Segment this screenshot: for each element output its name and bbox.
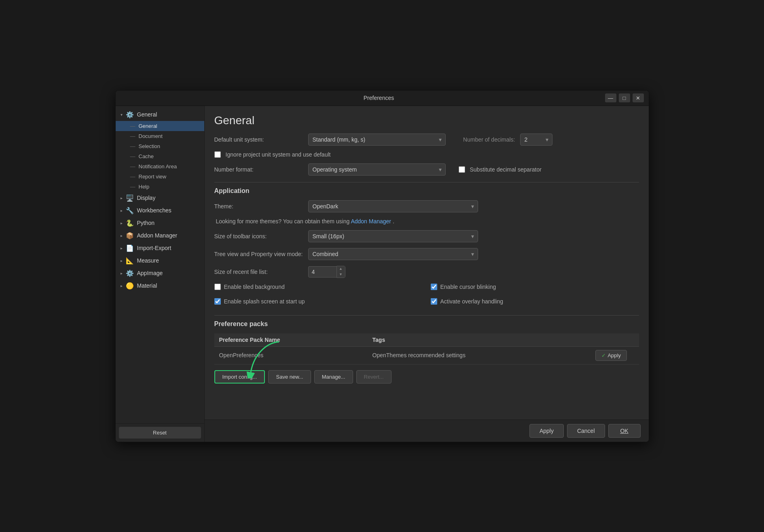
sidebar-item-addon-manager[interactable]: ▸ 📦 Addon Manager [116,229,204,242]
sidebar-item-label: Help [139,184,150,190]
sidebar: ▾ ⚙️ General — General — Document — [116,106,205,442]
theme-row: Theme: OpenDark [214,200,639,212]
splash-screen-checkbox[interactable] [214,298,221,305]
splash-screen-row: Enable splash screen at start up [214,298,423,305]
table-row: OpenPreferences OpenThemes recommended s… [214,346,639,364]
recent-files-input-wrapper: 4 ▲ ▼ [308,266,345,278]
tiled-bg-checkbox[interactable] [214,284,221,290]
col-header-tags: Tags [368,333,590,347]
tree-view-select[interactable]: Combined [308,248,478,260]
recent-files-row: Size of recent file list: 4 ▲ ▼ [214,266,639,278]
manage-button[interactable]: Manage... [314,370,353,384]
sidebar-item-cache[interactable]: — Cache [116,151,204,161]
sidebar-item-general-sub[interactable]: — General [116,121,204,131]
apply-pack-button[interactable]: ✓ Apply [595,350,627,361]
bottom-bar: Apply Cancel OK [205,420,649,442]
import-export-icon: 📄 [126,244,134,252]
section-divider-pref-packs [214,315,639,316]
pref-packs-table: Preference Pack Name Tags OpenPreference… [214,333,639,365]
chevron-right-icon: ▸ [121,246,123,250]
addon-manager-link[interactable]: Addon Manager [351,218,391,225]
general-icon: ⚙️ [126,111,134,119]
overlay-row: Activate overlay handling [431,298,639,305]
cancel-button[interactable]: Cancel [567,424,605,438]
cursor-blink-checkbox[interactable] [431,284,437,290]
ignore-unit-label: Ignore project unit system and use defau… [226,151,331,158]
sidebar-item-label: Selection [139,143,160,149]
chevron-down-icon: ▾ [121,112,123,117]
theme-select[interactable]: OpenDark [308,200,478,212]
workbenches-icon: 🔧 [126,207,134,214]
spin-down-button[interactable]: ▼ [337,272,345,278]
apply-button[interactable]: Apply [529,424,564,438]
overlay-label: Activate overlay handling [440,298,504,305]
sidebar-item-label-appimage: AppImage [137,270,163,276]
spin-buttons: ▲ ▼ [336,266,345,278]
sidebar-item-label: Report view [139,174,167,180]
sidebar-item-selection[interactable]: — Selection [116,141,204,151]
sidebar-item-workbenches[interactable]: ▸ 🔧 Workbenches [116,204,204,217]
close-button[interactable]: ✕ [633,93,644,102]
num-decimals-select[interactable]: 2 [520,134,552,146]
appimage-icon: ⚙️ [126,269,134,277]
number-format-select[interactable]: Operating system [308,163,446,176]
tree-view-label: Tree view and Property view mode: [214,251,303,257]
num-decimals-label: Number of decimals: [451,136,515,143]
sidebar-item-label-workbenches: Workbenches [137,207,171,214]
tree-view-row: Tree view and Property view mode: Combin… [214,248,639,260]
dash-icon: — [130,163,135,170]
toolbar-size-select-wrapper: Small (16px) [308,230,478,242]
chevron-right-icon: ▸ [121,196,123,200]
sidebar-item-label: Notification Area [139,163,177,170]
spin-up-button[interactable]: ▲ [337,266,345,272]
unit-system-row: Default unit system: Standard (mm, kg, s… [214,134,639,146]
pref-packs-heading: Preference packs [214,320,639,328]
number-format-select-wrapper: Operating system [308,163,446,176]
sidebar-item-python[interactable]: ▸ 🐍 Python [116,217,204,229]
window-title: Preferences [153,95,605,101]
sidebar-item-report-view[interactable]: — Report view [116,172,204,182]
unit-system-label: Default unit system: [214,136,303,143]
theme-select-wrapper: OpenDark [308,200,478,212]
sidebar-item-help[interactable]: — Help [116,182,204,192]
ok-button[interactable]: OK [608,424,641,438]
revert-button[interactable]: Revert... [356,370,392,384]
application-heading: Application [214,187,639,195]
recent-files-input[interactable]: 4 [308,266,336,278]
dash-icon: — [130,153,135,159]
num-decimals-select-wrapper: 2 [520,134,552,146]
sidebar-item-display[interactable]: ▸ 🖥️ Display [116,192,204,204]
dash-icon: — [130,184,135,190]
python-icon: 🐍 [126,219,134,227]
number-format-row: Number format: Operating system Substitu… [214,163,639,176]
unit-system-select[interactable]: Standard (mm, kg, s) [308,134,446,146]
import-config-button[interactable]: Import config... [214,370,265,384]
chevron-right-icon: ▸ [121,284,123,288]
sidebar-item-import-export[interactable]: ▸ 📄 Import-Export [116,242,204,254]
save-new-button[interactable]: Save new... [268,370,311,384]
overlay-checkbox[interactable] [431,298,437,305]
chevron-right-icon: ▸ [121,208,123,213]
maximize-button[interactable]: □ [619,93,630,102]
sidebar-item-notification-area[interactable]: — Notification Area [116,161,204,172]
sidebar-item-material[interactable]: ▸ 🟡 Material [116,280,204,292]
ignore-unit-checkbox[interactable] [214,151,221,158]
sidebar-item-document[interactable]: — Document [116,131,204,141]
substitute-decimal-checkbox[interactable] [459,166,465,173]
pack-name-cell: OpenPreferences [214,346,368,364]
titlebar: Preferences — □ ✕ [116,91,649,106]
cursor-blink-row: Enable cursor blinking [431,284,639,290]
reset-button[interactable]: Reset [119,427,201,439]
col-header-name: Preference Pack Name [214,333,368,347]
sidebar-scroll: ▾ ⚙️ General — General — Document — [116,106,204,423]
sidebar-item-general[interactable]: ▾ ⚙️ General [116,108,204,121]
minimize-button[interactable]: — [605,93,616,102]
sidebar-item-label-measure: Measure [137,257,159,264]
toolbar-size-label: Size of toolbar icons: [214,233,303,240]
toolbar-size-select[interactable]: Small (16px) [308,230,478,242]
sidebar-subitems-general: — General — Document — Selection — Cache [116,121,204,192]
tiled-bg-label: Enable tiled background [224,284,285,290]
sidebar-item-appimage[interactable]: ▸ ⚙️ AppImage [116,267,204,280]
dash-icon: — [130,133,135,139]
sidebar-item-measure[interactable]: ▸ 📐 Measure [116,254,204,267]
